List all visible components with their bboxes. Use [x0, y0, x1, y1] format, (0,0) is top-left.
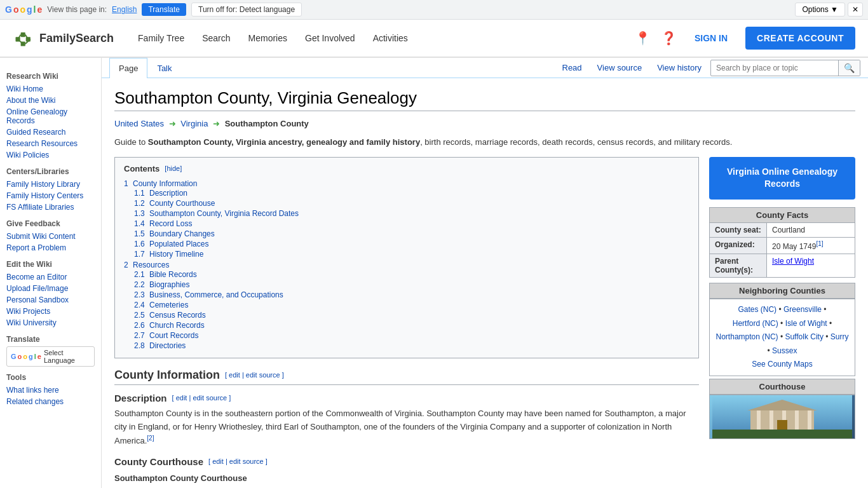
neighbor-greensville[interactable]: Greensville	[783, 305, 822, 314]
google-translate-widget[interactable]: Google Select Language	[6, 346, 95, 367]
toc-item-2-7: 2.7 Court Records	[134, 330, 689, 341]
county-seat-label: County seat:	[710, 222, 767, 237]
toc-link-2-4[interactable]: 2.4 Cemeteries	[134, 301, 188, 309]
sidebar-fs-affiliate[interactable]: FS Affiliate Libraries	[6, 201, 95, 213]
nav-activities[interactable]: Activities	[364, 19, 417, 57]
sidebar-wiki-home[interactable]: Wiki Home	[6, 83, 95, 95]
courthouse-po: P.O. Box 190	[114, 485, 699, 488]
nav-family-tree[interactable]: Family Tree	[129, 19, 193, 57]
nav-get-involved[interactable]: Get Involved	[296, 19, 364, 57]
feedback-title: Give Feedback	[6, 219, 95, 228]
tab-talk[interactable]: Talk	[147, 58, 181, 78]
sign-in-button[interactable]: SIGN IN	[687, 28, 735, 48]
neighbor-hertford[interactable]: Hertford (NC)	[733, 319, 778, 328]
breadcrumb-us[interactable]: United States	[114, 119, 164, 128]
va-genealogy-button[interactable]: Virginia Online GenealogyRecords	[709, 157, 855, 200]
close-translate-button[interactable]: ✕	[848, 3, 863, 17]
toc-item-1-2: 1.2 County Courthouse	[134, 198, 689, 208]
neighbor-gates[interactable]: Gates (NC)	[738, 305, 776, 314]
svg-rect-18	[777, 420, 787, 430]
toc-link-2-2[interactable]: 2.2 Biographies	[134, 280, 189, 289]
toc-link-1-2[interactable]: 1.2 County Courthouse	[134, 199, 215, 208]
sidebar-about-wiki[interactable]: About the Wiki	[6, 95, 95, 106]
toc-link-1-4[interactable]: 1.4 Record Loss	[134, 219, 192, 228]
neighbor-isle-of-wight[interactable]: Isle of Wight	[785, 319, 827, 328]
sidebar-personal-sandbox[interactable]: Personal Sandbox	[6, 294, 95, 306]
tab-read[interactable]: Read	[556, 58, 588, 78]
courthouse-svg	[712, 395, 852, 439]
tab-page[interactable]: Page	[109, 58, 147, 78]
sidebar-become-editor[interactable]: Become an Editor	[6, 271, 95, 283]
language-link[interactable]: English	[112, 5, 137, 14]
toc-link-2-3[interactable]: 2.3 Business, Commerce, and Occupations	[134, 290, 283, 299]
description-edit-link[interactable]: edit	[176, 394, 187, 402]
create-account-button[interactable]: CREATE ACCOUNT	[745, 27, 855, 50]
toc-link-2[interactable]: 2 Resources	[124, 261, 169, 269]
sidebar-wiki-policies[interactable]: Wiki Policies	[6, 149, 95, 161]
tab-view-history[interactable]: View history	[651, 58, 708, 78]
sidebar-family-history-centers[interactable]: Family History Centers	[6, 190, 95, 201]
breadcrumb-arrow-2: ➜	[213, 119, 220, 128]
parent-value: Isle of Wight	[767, 254, 855, 277]
nav-memories[interactable]: Memories	[240, 19, 296, 57]
toc-link-2-6[interactable]: 2.6 Church Records	[134, 321, 205, 330]
county-info-edit: [ edit | edit source ]	[225, 371, 284, 379]
fs-logo-text: FamilySearch	[39, 32, 114, 45]
sidebar: Research Wiki Wiki Home About the Wiki O…	[0, 58, 102, 488]
wiki-search-button[interactable]: 🔍	[838, 60, 860, 76]
toc-link-1-3[interactable]: 1.3 Southampton County, Virginia Record …	[134, 209, 299, 218]
sidebar-wiki-university[interactable]: Wiki University	[6, 317, 95, 329]
help-icon[interactable]: ❓	[661, 30, 677, 46]
page-layout: Research Wiki Wiki Home About the Wiki O…	[0, 58, 868, 488]
contents-hide[interactable]: [hide]	[165, 165, 182, 172]
sidebar-wiki-projects[interactable]: Wiki Projects	[6, 306, 95, 317]
toc-link-1-1[interactable]: 1.1 Description	[134, 189, 187, 198]
county-info-edit-link[interactable]: edit	[229, 371, 240, 379]
sidebar-online-genealogy[interactable]: Online Genealogy Records	[6, 106, 95, 126]
toc-link-1-7[interactable]: 1.7 History Timeline	[134, 250, 203, 259]
toc-link-1[interactable]: 1 County Information	[124, 179, 197, 188]
toc-link-2-7[interactable]: 2.7 Court Records	[134, 331, 198, 340]
toc-link-2-8[interactable]: 2.8 Directories	[134, 341, 186, 350]
neighbor-suffolk[interactable]: Suffolk City	[785, 332, 823, 341]
sidebar-research-resources[interactable]: Research Resources	[6, 138, 95, 149]
sidebar-guided-research[interactable]: Guided Research	[6, 126, 95, 138]
google-bar-right: Options ▼ ✕	[795, 3, 863, 17]
fs-logo[interactable]: FamilySearch	[13, 27, 114, 50]
sidebar-report-problem[interactable]: Report a Problem	[6, 242, 95, 254]
neighbor-surry[interactable]: Surry	[831, 332, 849, 341]
toc-link-1-5[interactable]: 1.5 Boundary Changes	[134, 229, 215, 238]
toc-item-2-4: 2.4 Cemeteries	[134, 300, 689, 310]
sidebar-what-links[interactable]: What links here	[6, 384, 95, 396]
toc-link-2-5[interactable]: 2.5 Census Records	[134, 311, 206, 320]
toc-item-1-1: 1.1 Description	[134, 188, 689, 198]
wiki-search-input[interactable]	[711, 61, 838, 75]
sidebar-related-changes[interactable]: Related changes	[6, 396, 95, 407]
courthouse-edit-source-link[interactable]: edit source	[229, 458, 264, 465]
toc-item-2-5: 2.5 Census Records	[134, 310, 689, 320]
tab-view-source[interactable]: View source	[591, 58, 649, 78]
neighbor-northampton[interactable]: Northampton (NC)	[716, 332, 778, 341]
translate-button[interactable]: Translate	[142, 3, 186, 16]
breadcrumb-virginia[interactable]: Virginia	[180, 119, 208, 128]
location-icon[interactable]: 📍	[635, 30, 651, 46]
options-button[interactable]: Options ▼	[795, 3, 845, 17]
see-county-maps[interactable]: See County Maps	[752, 360, 812, 369]
neighbor-sussex[interactable]: Sussex	[772, 346, 797, 355]
parent-county-link[interactable]: Isle of Wight	[772, 257, 814, 266]
sidebar-submit-wiki[interactable]: Submit Wiki Content	[6, 231, 95, 242]
county-info-edit-source-link[interactable]: edit source	[246, 371, 280, 379]
description-edit-source-link[interactable]: edit source	[193, 394, 227, 402]
toc-item-1: 1 County Information 1.1 Description 1.2…	[124, 179, 689, 260]
courthouse-edit-link[interactable]: edit	[212, 458, 224, 465]
nav-search[interactable]: Search	[193, 19, 239, 57]
county-facts-table: County Facts County seat: Courtland Orga…	[709, 207, 855, 278]
sidebar-upload-file[interactable]: Upload File/Image	[6, 283, 95, 294]
turn-off-button[interactable]: Turn off for: Detect language	[191, 3, 302, 17]
county-seat-value: Courtland	[767, 222, 855, 237]
toc-link-2-1[interactable]: 2.1 Bible Records	[134, 270, 197, 279]
toc-link-1-6[interactable]: 1.6 Populated Places	[134, 240, 208, 248]
fs-header: FamilySearch Family Tree Search Memories…	[0, 20, 868, 58]
sidebar-family-history-library[interactable]: Family History Library	[6, 179, 95, 190]
toc-item-1-3: 1.3 Southampton County, Virginia Record …	[134, 208, 689, 219]
